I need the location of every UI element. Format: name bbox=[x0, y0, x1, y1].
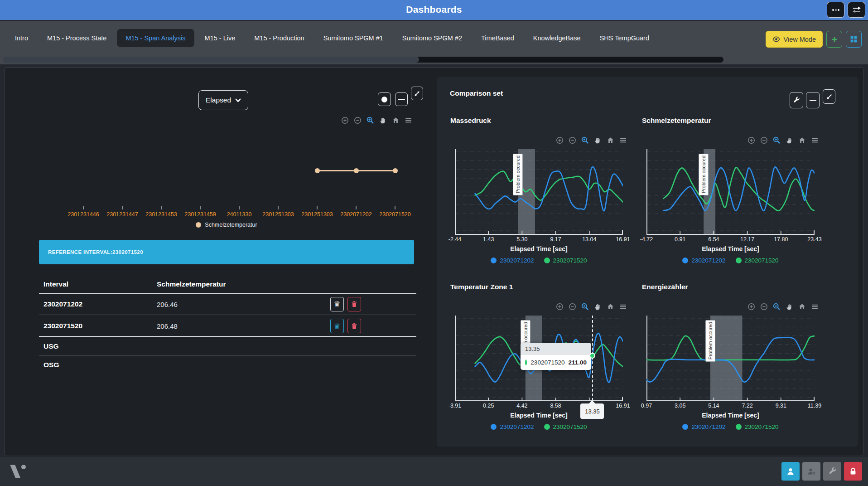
zoom-out-icon[interactable] bbox=[569, 136, 576, 144]
legend-item-2302071202[interactable]: 2302071202 bbox=[682, 423, 725, 430]
home-icon[interactable] bbox=[798, 136, 806, 144]
chart-legend: 23020712022302071520 bbox=[646, 423, 815, 430]
x-axis-title: Elapsed Time [sec] bbox=[455, 245, 623, 253]
set-reference-button[interactable]: ♛ bbox=[330, 297, 344, 311]
timeline-tick bbox=[278, 206, 279, 209]
x-tick-label: 9.17 bbox=[550, 236, 561, 243]
timeline-data-point[interactable] bbox=[393, 168, 398, 173]
plot-area[interactable]: Problem occured bbox=[646, 149, 815, 234]
x-axis-title: Elapsed Time [sec] bbox=[646, 412, 815, 419]
interval-type-dropdown[interactable]: Elapsed bbox=[198, 90, 248, 110]
user-icon bbox=[786, 467, 795, 476]
zoom-out-icon[interactable] bbox=[760, 303, 768, 311]
pan-icon[interactable] bbox=[379, 117, 387, 124]
legend-label: Schmelzetemperatur bbox=[205, 222, 257, 228]
home-icon[interactable] bbox=[392, 117, 400, 124]
interval-cell: OSG bbox=[43, 361, 59, 369]
comparison-settings-button[interactable] bbox=[790, 92, 803, 108]
pan-icon[interactable] bbox=[786, 303, 793, 311]
view-mode-label: View Mode bbox=[784, 36, 816, 43]
timeline-tick bbox=[200, 206, 201, 209]
tab-sumitomo-spgm-1[interactable]: Sumitomo SPGM #1 bbox=[315, 29, 392, 47]
pan-icon[interactable] bbox=[594, 136, 602, 144]
comparison-set-panel: Comparison set MassedruckProblem occured… bbox=[437, 77, 858, 447]
interval-cell: 2302071520 bbox=[43, 322, 82, 330]
zoom-out-icon[interactable] bbox=[760, 136, 768, 144]
tab-timebased[interactable]: TimeBased bbox=[473, 29, 523, 47]
tab-sumitomo-spgm-2[interactable]: Sumitomo SPGM #2 bbox=[394, 29, 471, 47]
swap-arrows-icon bbox=[852, 6, 861, 13]
expand-icon bbox=[414, 90, 420, 97]
legend-item-2302071202[interactable]: 2302071202 bbox=[491, 423, 534, 430]
zoom-in-icon[interactable] bbox=[556, 136, 564, 144]
delete-interval-button[interactable] bbox=[347, 319, 361, 333]
timeline-tick bbox=[395, 206, 395, 209]
pan-icon[interactable] bbox=[786, 136, 793, 144]
home-icon[interactable] bbox=[607, 303, 614, 311]
add-dashboard-button[interactable] bbox=[826, 31, 842, 48]
zoom-in-icon[interactable] bbox=[747, 136, 755, 144]
expand-left-panel-button[interactable] bbox=[411, 87, 423, 100]
legend-item-2302071520[interactable]: 2302071520 bbox=[736, 257, 779, 264]
box-zoom-icon[interactable] bbox=[773, 136, 781, 144]
legend-marker bbox=[736, 424, 742, 430]
lock-button[interactable] bbox=[844, 462, 862, 481]
timeline-legend[interactable]: Schmelzetemperatur bbox=[39, 222, 414, 228]
user-button[interactable] bbox=[781, 462, 800, 481]
plot-area[interactable]: Problem occured bbox=[455, 149, 623, 234]
view-mode-button[interactable]: View Mode bbox=[766, 31, 823, 48]
pan-icon[interactable] bbox=[594, 303, 602, 311]
menu-icon[interactable] bbox=[619, 136, 627, 144]
problem-occured-annotation: Problem occured bbox=[705, 320, 715, 362]
layout-grid-button[interactable] bbox=[846, 31, 862, 48]
home-icon[interactable] bbox=[798, 303, 806, 311]
zoom-in-icon[interactable] bbox=[747, 303, 755, 311]
expand-icon bbox=[826, 93, 833, 100]
box-zoom-icon[interactable] bbox=[366, 117, 374, 124]
x-tick-label: 4.42 bbox=[516, 403, 527, 409]
zoom-out-icon[interactable] bbox=[354, 117, 362, 124]
menu-icon[interactable] bbox=[619, 303, 627, 311]
expand-comparison-button[interactable] bbox=[823, 89, 835, 104]
box-zoom-icon[interactable] bbox=[581, 303, 589, 311]
set-reference-button[interactable]: ♛ bbox=[330, 319, 344, 333]
tab-shs-tempguard[interactable]: SHS TempGuard bbox=[591, 29, 658, 47]
collapse-left-panel-button[interactable] bbox=[395, 92, 408, 106]
timeline-tick-label: 2301231459 bbox=[184, 211, 216, 218]
box-zoom-icon[interactable] bbox=[581, 136, 589, 144]
tab-m15-process-state[interactable]: M15 - Process State bbox=[39, 29, 115, 47]
tab-m15-span-analysis[interactable]: M15 - Span Analysis bbox=[117, 29, 194, 47]
delete-interval-button[interactable] bbox=[347, 297, 361, 311]
user-gear-button[interactable] bbox=[802, 462, 820, 481]
tab-knowledgebase[interactable]: KnowledgeBase bbox=[525, 29, 589, 47]
menu-icon[interactable] bbox=[811, 136, 819, 144]
wrench-button[interactable] bbox=[823, 462, 841, 481]
tab-m15-live[interactable]: M15 - Live bbox=[196, 29, 244, 47]
tab-intro[interactable]: Intro bbox=[6, 29, 37, 47]
more-options-button[interactable] bbox=[827, 2, 844, 18]
box-zoom-icon[interactable] bbox=[773, 303, 781, 311]
menu-icon[interactable] bbox=[405, 117, 412, 124]
legend-item-2302071520[interactable]: 2302071520 bbox=[544, 257, 587, 264]
legend-item-2302071520[interactable]: 2302071520 bbox=[736, 423, 779, 430]
x-tick-label: 3.05 bbox=[675, 403, 685, 409]
plot-area[interactable]: Problem occured bbox=[646, 316, 815, 401]
timeline-data-point[interactable] bbox=[315, 168, 320, 173]
legend-item-2302071520[interactable]: 2302071520 bbox=[544, 423, 587, 430]
marker-mode-button[interactable] bbox=[378, 92, 391, 106]
tab-m15-production[interactable]: M15 - Production bbox=[246, 29, 313, 47]
menu-icon[interactable] bbox=[811, 303, 819, 311]
legend-item-2302071202[interactable]: 2302071202 bbox=[682, 257, 725, 264]
legend-item-2302071202[interactable]: 2302071202 bbox=[491, 257, 534, 264]
timeline-data-point[interactable] bbox=[354, 168, 359, 173]
collapse-comparison-button[interactable] bbox=[806, 92, 820, 108]
swap-dashboard-button[interactable] bbox=[848, 2, 865, 18]
zoom-in-icon[interactable] bbox=[556, 303, 564, 311]
x-tick-label: -3.91 bbox=[448, 403, 462, 409]
home-icon[interactable] bbox=[607, 136, 614, 144]
zoom-in-icon[interactable] bbox=[341, 117, 349, 124]
problem-occured-annotation: Problem occured bbox=[699, 154, 709, 195]
value-cell: 206.46 bbox=[157, 301, 178, 308]
tab-scrollbar-thumb[interactable] bbox=[4, 57, 419, 63]
zoom-out-icon[interactable] bbox=[569, 303, 576, 311]
